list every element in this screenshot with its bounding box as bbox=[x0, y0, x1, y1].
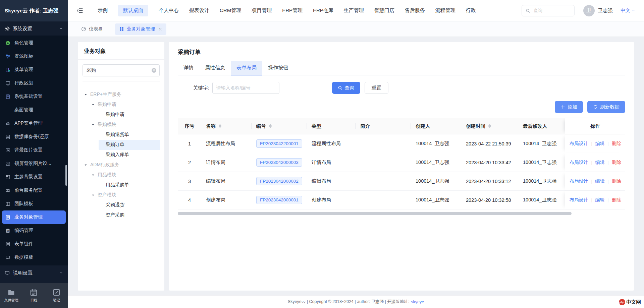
tab-3[interactable]: 表单布局 bbox=[231, 61, 262, 75]
tree-node-4[interactable]: 采购模块 bbox=[91, 120, 160, 130]
sort-icon[interactable] bbox=[219, 124, 221, 128]
action-delete[interactable]: 删除 bbox=[612, 141, 621, 147]
filter-row: 关键字: 查询 重置 bbox=[178, 82, 625, 94]
action-delete[interactable]: 删除 bbox=[612, 178, 621, 184]
avatar[interactable]: 卫 bbox=[583, 5, 595, 16]
workspace-tab-dashboard[interactable]: 仪表盘 bbox=[77, 23, 107, 35]
action-layout-design[interactable]: 布局设计 bbox=[569, 160, 588, 166]
keyword-input[interactable] bbox=[212, 82, 279, 94]
sidebar-item-form-components[interactable]: 表单组件 bbox=[0, 237, 68, 251]
topnav-item-10[interactable]: 智慧门店 bbox=[374, 7, 394, 14]
sidebar-item-code-management[interactable]: W编码管理 bbox=[0, 224, 68, 237]
sidebar-item-data-template[interactable]: 数据模板 bbox=[0, 251, 68, 264]
dock-item-notes[interactable]: 笔记 bbox=[45, 283, 68, 308]
topnav-item-11[interactable]: 售后服务 bbox=[405, 7, 425, 14]
dock-item-schedule[interactable]: 日程 bbox=[22, 283, 45, 308]
form-icon bbox=[5, 242, 11, 247]
topnav-item-13[interactable]: 行政 bbox=[466, 7, 476, 14]
add-button[interactable]: 添加 bbox=[555, 101, 583, 113]
tree-node-3[interactable]: 采购申请 bbox=[99, 110, 160, 120]
scrollbar-thumb[interactable] bbox=[178, 212, 572, 215]
sidebar-group-instruction-settings[interactable]: 说明设置 bbox=[0, 265, 68, 280]
global-search-input[interactable] bbox=[533, 8, 571, 13]
code-badge[interactable]: FP2023042000002 bbox=[256, 177, 302, 185]
sort-icon[interactable] bbox=[269, 124, 272, 128]
sidebar-item-front-service-config[interactable]: 前台服务配置 bbox=[0, 184, 68, 197]
topnav-item-3[interactable]: 个人中心 bbox=[159, 7, 179, 14]
action-layout-design[interactable]: 布局设计 bbox=[569, 141, 588, 147]
sort-icon[interactable] bbox=[488, 124, 491, 128]
topnav-item-12[interactable]: 流程管理 bbox=[435, 7, 455, 14]
sidebar-item-admin-district[interactable]: 行政区划 bbox=[0, 76, 68, 90]
code-badge[interactable]: FP2023042200001 bbox=[256, 139, 302, 148]
action-layout-design[interactable]: 布局设计 bbox=[569, 178, 588, 184]
tree-node-1[interactable]: ERP+生产服务 bbox=[84, 89, 160, 100]
tab-1[interactable]: 详情 bbox=[178, 61, 199, 75]
topnav-item-5[interactable]: CRM管理 bbox=[220, 7, 241, 14]
caret-down-icon[interactable] bbox=[91, 103, 95, 107]
close-icon[interactable] bbox=[158, 27, 162, 31]
language-switcher[interactable]: 中文 bbox=[621, 7, 635, 14]
sidebar-scrollbar[interactable] bbox=[65, 165, 67, 186]
cell-creator: 100014_卫志强 bbox=[411, 197, 461, 203]
code-badge[interactable]: FP2023042000001 bbox=[256, 196, 302, 204]
footer-link[interactable]: skyeye bbox=[411, 300, 424, 304]
topnav-item-2[interactable]: 默认桌面 bbox=[118, 5, 148, 16]
caret-down-icon[interactable] bbox=[91, 173, 95, 177]
tree-search-input[interactable] bbox=[83, 64, 160, 76]
tree-node-13[interactable]: 资产采购 bbox=[99, 210, 160, 220]
action-delete[interactable]: 删除 bbox=[612, 197, 621, 203]
tree-node-8[interactable]: ADM行政服务 bbox=[84, 160, 160, 170]
search-button[interactable]: 查询 bbox=[332, 82, 360, 94]
sidebar-item-business-object-management[interactable]: 业务对象管理 bbox=[2, 210, 66, 224]
topnav-item-1[interactable]: 示例 bbox=[98, 7, 108, 14]
caret-down-icon[interactable] bbox=[84, 93, 88, 97]
user-name[interactable]: 卫志强 bbox=[598, 7, 613, 14]
topnav-item-4[interactable]: 报表设计 bbox=[189, 7, 209, 14]
sidebar-group-system-settings[interactable]: 系统设置 bbox=[0, 21, 68, 36]
tree-node-2[interactable]: 采购申请 bbox=[91, 100, 160, 110]
tree-node-10[interactable]: 用品采购单 bbox=[99, 180, 160, 190]
clear-icon[interactable]: × bbox=[152, 68, 156, 73]
reset-button[interactable]: 重置 bbox=[365, 82, 388, 94]
action-delete[interactable]: 删除 bbox=[612, 160, 621, 166]
workspace-tab-business-object-management[interactable]: 业务对象管理 bbox=[115, 23, 166, 35]
sidebar-collapse-icon[interactable] bbox=[76, 7, 83, 14]
sidebar-item-app-menu-management[interactable]: APP菜单管理 bbox=[0, 117, 68, 130]
tree-node-12[interactable]: 采购退货 bbox=[99, 200, 160, 210]
tree-node-9[interactable]: 用品模块 bbox=[91, 170, 160, 180]
tab-4[interactable]: 操作按钮 bbox=[262, 61, 294, 75]
caret-down-icon[interactable] bbox=[91, 123, 95, 127]
sidebar-item-system-base-settings[interactable]: 系统基础设置 bbox=[0, 90, 68, 103]
action-edit[interactable]: 编辑 bbox=[595, 160, 605, 166]
refresh-button[interactable]: 刷新数据 bbox=[587, 101, 625, 113]
caret-down-icon[interactable] bbox=[91, 193, 95, 197]
code-badge[interactable]: FP2023042000003 bbox=[256, 158, 302, 167]
tree-node-5[interactable]: 采购退货单 bbox=[99, 130, 160, 140]
tree-node-7[interactable]: 采购入库单 bbox=[99, 150, 160, 160]
action-edit[interactable]: 编辑 bbox=[595, 141, 605, 147]
dock-item-file-management[interactable]: 文件管理 bbox=[0, 283, 22, 308]
caret-down-icon[interactable] bbox=[84, 163, 88, 167]
topnav-item-6[interactable]: 项目管理 bbox=[252, 7, 272, 14]
sidebar-item-resource-icons[interactable]: 资源图标 bbox=[0, 50, 68, 63]
tree-node-6[interactable]: 采购订单 bbox=[99, 140, 160, 150]
sidebar-item-team-template[interactable]: 团队模板 bbox=[0, 197, 68, 210]
sidebar-item-menu-management[interactable]: 菜单管理 bbox=[0, 63, 68, 76]
topnav-item-7[interactable]: ERP管理 bbox=[282, 7, 303, 14]
topnav-item-8[interactable]: ERP仓库 bbox=[313, 7, 333, 14]
action-edit[interactable]: 编辑 bbox=[595, 197, 605, 203]
cell-created-at: 2023-04-22 21:50:39 bbox=[461, 141, 518, 146]
sidebar-item-lockscreen-background-settings[interactable]: 锁屏背景图片设... bbox=[0, 157, 68, 170]
sidebar-item-theme-background-settings[interactable]: 主题背景设置 bbox=[0, 170, 68, 184]
sidebar-item-desktop-management[interactable]: 桌面管理 bbox=[0, 103, 68, 117]
global-search[interactable] bbox=[522, 5, 575, 16]
action-edit[interactable]: 编辑 bbox=[595, 178, 605, 184]
sidebar-item-database-backup-restore[interactable]: 数据库备份/还原 bbox=[0, 130, 68, 143]
sidebar-item-role-management[interactable]: A角色管理 bbox=[0, 36, 68, 50]
sidebar-item-background-image-settings[interactable]: 背景图片设置 bbox=[0, 143, 68, 157]
action-layout-design[interactable]: 布局设计 bbox=[569, 197, 588, 203]
tab-2[interactable]: 属性信息 bbox=[199, 61, 231, 75]
topnav-item-9[interactable]: 生产管理 bbox=[344, 7, 364, 14]
tree-node-11[interactable]: 资产模块 bbox=[91, 190, 160, 200]
